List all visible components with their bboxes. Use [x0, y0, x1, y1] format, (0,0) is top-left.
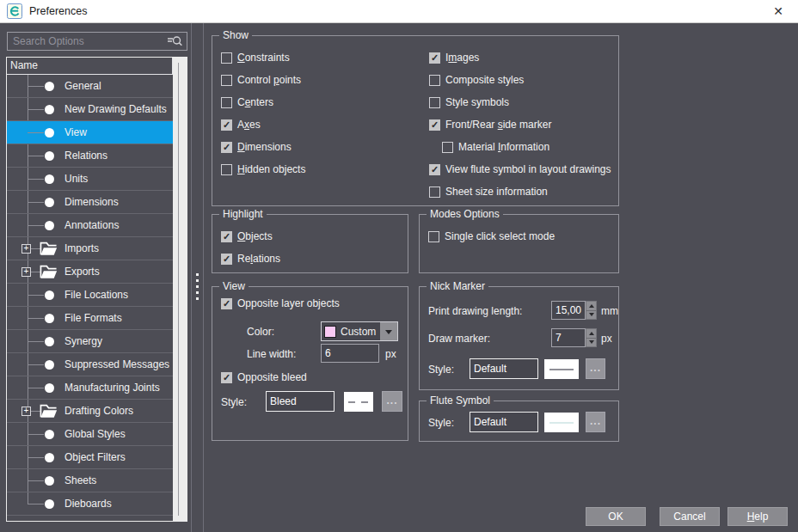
tree-item-view[interactable]: View [7, 121, 173, 144]
tree-item-dieboards[interactable]: Dieboards [7, 492, 173, 516]
tree-item-general[interactable]: General [7, 75, 173, 98]
tree-item-new-drawing-defaults[interactable]: New Drawing Defaults [7, 98, 173, 121]
expand-plus-icon[interactable]: + [21, 407, 31, 416]
tree-item-object-filters[interactable]: Object Filters [7, 446, 173, 469]
expand-plus-icon[interactable]: + [21, 267, 31, 277]
checkbox-row-single-click-select-mode[interactable]: Single click select mode [428, 225, 555, 248]
tree-item-file-locations[interactable]: File Locations [7, 284, 173, 307]
checkbox-checked-icon[interactable]: ✓ [221, 372, 232, 383]
tree-column-header[interactable]: Name [7, 58, 173, 75]
search-filter-icon[interactable] [166, 34, 183, 48]
help-button[interactable]: Help [727, 507, 788, 526]
search-input[interactable] [8, 33, 166, 50]
checkbox-checked-icon[interactable]: ✓ [221, 231, 232, 242]
spinner-up-icon[interactable] [586, 329, 596, 338]
cancel-button[interactable]: Cancel [660, 507, 720, 526]
draw-marker-spinner[interactable] [586, 328, 597, 347]
checkbox-row-material-information[interactable]: Material Information [429, 136, 611, 158]
spinner-up-icon[interactable] [586, 302, 596, 310]
checkbox-row-constraints[interactable]: Constraints [221, 46, 305, 69]
checkbox-checked-icon[interactable]: ✓ [429, 119, 440, 131]
tree-item-suppressed-messages[interactable]: Suppressed Messages [7, 353, 173, 376]
nick-style-input[interactable] [470, 358, 538, 379]
nick-style-browse-button[interactable]: ... [586, 358, 605, 379]
tree-connector-line [28, 504, 44, 504]
line-width-input[interactable] [321, 344, 379, 363]
checkbox-row-style-symbols[interactable]: Style symbols [429, 91, 611, 113]
bullet-icon [45, 360, 54, 370]
tree-item-file-formats[interactable]: File Formats [7, 307, 173, 330]
checkbox-checked-icon[interactable]: ✓ [221, 119, 232, 131]
checkbox-unchecked-icon[interactable] [442, 142, 453, 153]
color-dropdown[interactable]: Custom [321, 321, 398, 341]
tree-item-drafting-colors[interactable]: +Drafting Colors [7, 400, 173, 423]
tree-item-label: Suppressed Messages [64, 353, 169, 376]
color-label: Color: [247, 322, 274, 342]
group-nick-title: Nick Marker [427, 280, 488, 292]
checkbox-checked-icon[interactable]: ✓ [221, 142, 232, 153]
checkbox-row-composite-styles[interactable]: Composite styles [429, 69, 611, 91]
tree-item-relations[interactable]: Relations [7, 144, 173, 168]
checkbox-label: Relations [237, 253, 280, 265]
flute-style-input[interactable] [470, 412, 538, 432]
splitter-handle[interactable] [196, 273, 199, 303]
checkbox-unchecked-icon[interactable] [429, 97, 440, 108]
tree-rows: GeneralNew Drawing DefaultsViewRelations… [7, 75, 173, 521]
tree-item-global-styles[interactable]: Global Styles [7, 423, 173, 446]
bleed-style-input[interactable] [266, 391, 335, 412]
close-icon[interactable]: ✕ [770, 0, 787, 23]
checkbox-unchecked-icon[interactable] [429, 75, 440, 86]
checkbox-row-sheet-size-information[interactable]: Sheet size information [429, 180, 611, 203]
tree-item-label: Manufacturing Joints [64, 376, 160, 399]
checkbox-row-images[interactable]: ✓Images [429, 46, 611, 69]
checkbox-unchecked-icon[interactable] [221, 52, 232, 64]
checkbox-row-axes[interactable]: ✓Axes [221, 113, 305, 136]
tree-item-dimensions[interactable]: Dimensions [7, 191, 173, 214]
checkbox-row-opposite-bleed[interactable]: ✓Opposite bleed [221, 366, 307, 388]
flute-style-browse-button[interactable]: ... [586, 412, 605, 432]
chevron-down-icon[interactable] [379, 322, 397, 340]
tree-item-exports[interactable]: +Exports [7, 260, 173, 284]
bullet-icon [45, 174, 54, 184]
tree-item-label: Object Filters [64, 446, 126, 468]
checkbox-row-opposite-layer-objects[interactable]: ✓Opposite layer objects [221, 292, 340, 315]
checkbox-row-front-rear-side-marker[interactable]: ✓Front/Rear side marker [429, 113, 611, 136]
tree-scrollbar[interactable] [173, 58, 187, 521]
checkbox-unchecked-icon[interactable] [221, 75, 232, 86]
spinner-down-icon[interactable] [586, 310, 596, 320]
checkbox-row-relations[interactable]: ✓Relations [221, 248, 280, 270]
ok-button[interactable]: OK [586, 507, 646, 526]
group-modes-title: Modes Options [427, 208, 503, 220]
expand-plus-icon[interactable]: + [21, 244, 31, 254]
checkbox-row-objects[interactable]: ✓Objects [221, 225, 280, 248]
spinner-down-icon[interactable] [586, 338, 596, 347]
checkbox-row-control-points[interactable]: Control points [221, 69, 305, 91]
checkbox-checked-icon[interactable]: ✓ [429, 52, 440, 64]
checkbox-checked-icon[interactable]: ✓ [221, 254, 232, 265]
checkbox-row-hidden-objects[interactable]: Hidden objects [221, 158, 305, 180]
checkbox-row-centers[interactable]: Centers [221, 91, 305, 113]
color-dropdown-value: Custom [341, 326, 379, 338]
titlebar[interactable]: Preferences ✕ [0, 0, 798, 23]
tree-item-imports[interactable]: +Imports [7, 237, 173, 260]
draw-marker-input[interactable] [551, 328, 586, 347]
checkbox-row-dimensions[interactable]: ✓Dimensions [221, 136, 305, 158]
search-box[interactable] [7, 32, 187, 51]
checkbox-unchecked-icon[interactable] [428, 231, 439, 242]
checkbox-unchecked-icon[interactable] [429, 187, 440, 198]
checkbox-unchecked-icon[interactable] [221, 97, 232, 108]
checkbox-checked-icon[interactable]: ✓ [221, 298, 232, 309]
print-drawing-length-input[interactable] [551, 301, 586, 320]
checkbox-checked-icon[interactable]: ✓ [429, 164, 440, 175]
tree-item-manufacturing-joints[interactable]: Manufacturing Joints [7, 376, 173, 400]
tree-item-annotations[interactable]: Annotations [7, 214, 173, 237]
print-length-spinner[interactable] [586, 301, 597, 320]
checkbox-unchecked-icon[interactable] [221, 164, 232, 175]
checkbox-label: Hidden objects [237, 163, 305, 175]
checkbox-row-view-flute-symbol-in-layout-drawings[interactable]: ✓View flute symbol in layout drawings [429, 158, 611, 180]
tree-item-sheets[interactable]: Sheets [7, 469, 173, 492]
tree-item-synergy[interactable]: Synergy [7, 330, 173, 353]
highlight-list: ✓Objects✓Relations [221, 225, 280, 270]
tree-item-units[interactable]: Units [7, 168, 173, 191]
bleed-style-browse-button[interactable]: ... [382, 391, 402, 412]
